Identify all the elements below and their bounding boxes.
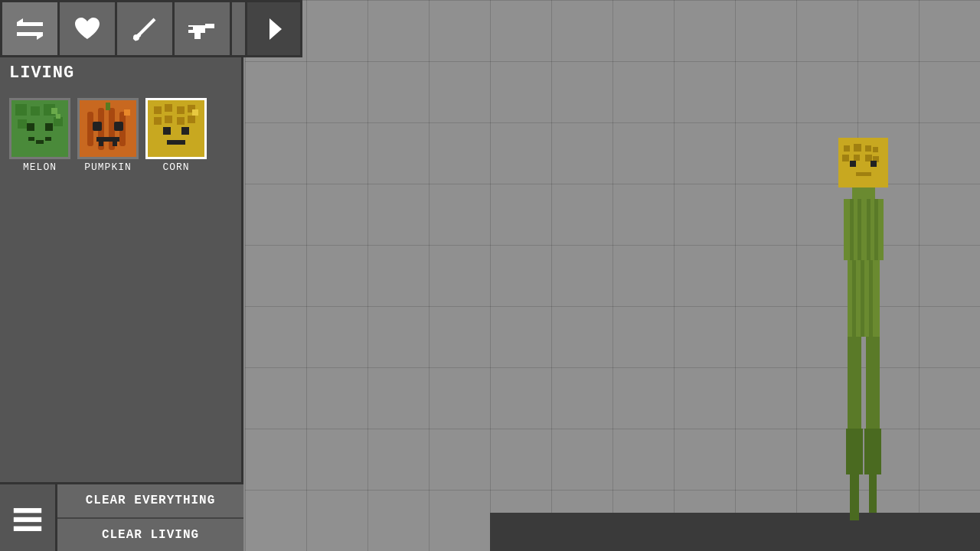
svg-rect-19 [852,260,856,337]
svg-rect-71 [177,117,185,125]
svg-rect-9 [850,161,856,167]
clear-everything-button[interactable]: CLEAR EVERYTHING [57,484,243,519]
melon-label: MELON [23,161,57,173]
svg-rect-53 [87,112,93,146]
gun-button[interactable] [172,0,230,57]
svg-rect-7 [865,155,872,161]
svg-rect-41 [31,106,40,116]
svg-rect-6 [854,155,860,161]
svg-rect-40 [15,104,27,116]
ground-bar [490,513,980,551]
menu-icon-button[interactable] [0,484,57,551]
pumpkin-icon [77,98,139,159]
svg-rect-51 [56,114,60,119]
svg-rect-12 [852,187,875,199]
svg-rect-47 [28,137,34,141]
svg-point-34 [133,34,139,41]
svg-rect-25 [864,429,881,474]
svg-rect-58 [114,122,123,131]
svg-rect-65 [154,106,162,114]
svg-rect-11 [856,172,871,176]
svg-rect-49 [45,137,51,141]
svg-rect-57 [93,122,102,131]
sword-button[interactable] [115,0,172,57]
corn-label: CORN [162,161,189,173]
clear-living-button[interactable]: CLEAR LIVING [57,519,243,552]
svg-rect-63 [124,109,130,116]
svg-rect-60 [99,142,103,146]
svg-rect-4 [873,147,878,152]
svg-rect-70 [165,116,172,123]
svg-rect-79 [14,526,41,530]
svg-rect-50 [51,108,57,114]
clear-buttons-group: CLEAR EVERYTHING CLEAR LIVING [57,484,243,551]
svg-rect-22 [848,337,861,429]
svg-rect-75 [167,140,185,145]
svg-rect-3 [865,145,871,152]
svg-rect-27 [869,474,877,513]
svg-rect-38 [188,27,193,30]
svg-marker-80 [270,18,282,40]
toolbar: € [0,0,287,57]
svg-rect-5 [842,155,849,161]
svg-rect-46 [45,123,53,131]
game-canvas[interactable] [245,0,980,551]
sidebar: € LIVING [0,0,243,551]
corn-icon [145,98,207,159]
svg-rect-16 [867,199,871,260]
svg-rect-73 [163,127,171,135]
svg-rect-66 [165,104,172,112]
bottom-actions: CLEAR EVERYTHING CLEAR LIVING [0,482,243,551]
corn-character [827,138,903,532]
melon-icon [9,98,70,159]
svg-rect-36 [205,24,214,28]
item-melon[interactable]: MELON [8,96,72,543]
svg-rect-78 [14,517,41,521]
svg-rect-1 [844,145,850,152]
svg-rect-23 [866,337,880,429]
svg-rect-26 [850,474,859,520]
item-corn[interactable]: CORN [144,96,208,543]
svg-rect-20 [861,260,864,337]
svg-rect-15 [858,199,861,260]
svg-rect-62 [106,103,110,110]
svg-rect-2 [854,144,861,152]
svg-rect-37 [194,33,201,39]
svg-rect-14 [850,199,854,260]
svg-rect-43 [18,119,27,129]
svg-rect-45 [27,123,34,131]
svg-rect-76 [192,109,198,116]
category-label: LIVING [0,57,241,89]
svg-rect-77 [14,507,41,512]
category-text: LIVING [9,64,74,83]
pumpkin-label: PUMPKIN [84,161,132,173]
svg-rect-59 [96,137,119,142]
play-button[interactable] [245,0,302,57]
svg-rect-61 [113,142,117,146]
swap-button[interactable] [0,0,57,57]
svg-rect-48 [36,140,44,144]
svg-rect-24 [846,429,863,474]
svg-rect-17 [874,199,878,260]
svg-rect-69 [154,117,162,125]
health-button[interactable] [57,0,115,57]
svg-rect-67 [177,106,185,114]
svg-rect-10 [871,161,877,167]
svg-rect-21 [869,260,873,337]
item-pumpkin[interactable]: PUMPKIN [76,96,140,543]
svg-rect-74 [181,127,189,135]
svg-rect-72 [188,116,195,123]
svg-rect-0 [838,138,888,187]
